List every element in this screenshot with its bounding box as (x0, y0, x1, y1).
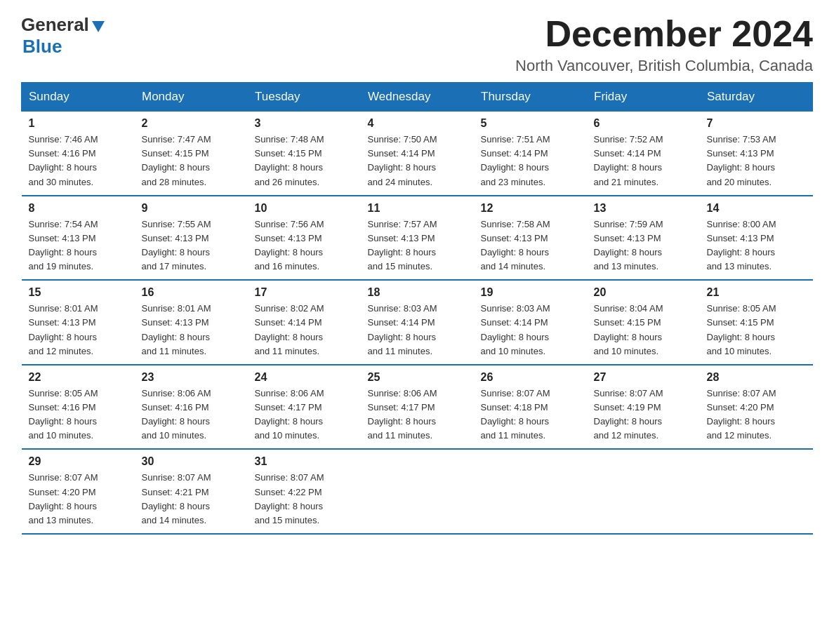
calendar-cell: 29 Sunrise: 8:07 AM Sunset: 4:20 PM Dayl… (22, 449, 135, 534)
logo-blue-text: Blue (22, 36, 62, 58)
calendar-table: SundayMondayTuesdayWednesdayThursdayFrid… (21, 82, 813, 535)
day-number: 27 (594, 371, 693, 384)
calendar-cell: 14 Sunrise: 8:00 AM Sunset: 4:13 PM Dayl… (700, 196, 813, 281)
logo-general-text: General (21, 14, 89, 36)
day-info: Sunrise: 8:06 AM Sunset: 4:16 PM Dayligh… (142, 387, 241, 443)
day-number: 3 (255, 117, 354, 130)
day-info: Sunrise: 8:07 AM Sunset: 4:18 PM Dayligh… (481, 387, 580, 443)
day-number: 20 (594, 286, 693, 299)
day-info: Sunrise: 8:05 AM Sunset: 4:15 PM Dayligh… (707, 302, 806, 358)
day-number: 9 (142, 202, 241, 215)
calendar-cell: 10 Sunrise: 7:56 AM Sunset: 4:13 PM Dayl… (248, 196, 361, 281)
day-info: Sunrise: 7:46 AM Sunset: 4:16 PM Dayligh… (29, 133, 128, 189)
day-info: Sunrise: 8:06 AM Sunset: 4:17 PM Dayligh… (255, 387, 354, 443)
title-section: December 2024 North Vancouver, British C… (515, 14, 813, 75)
calendar-cell: 8 Sunrise: 7:54 AM Sunset: 4:13 PM Dayli… (22, 196, 135, 281)
weekday-header-monday: Monday (135, 83, 248, 112)
weekday-header-row: SundayMondayTuesdayWednesdayThursdayFrid… (22, 83, 813, 112)
month-title: December 2024 (515, 14, 813, 54)
day-number: 25 (368, 371, 467, 384)
calendar-cell: 12 Sunrise: 7:58 AM Sunset: 4:13 PM Dayl… (474, 196, 587, 281)
calendar-cell: 24 Sunrise: 8:06 AM Sunset: 4:17 PM Dayl… (248, 365, 361, 450)
day-number: 30 (142, 455, 241, 468)
weekday-header-saturday: Saturday (700, 83, 813, 112)
calendar-header: SundayMondayTuesdayWednesdayThursdayFrid… (22, 83, 813, 112)
day-info: Sunrise: 8:07 AM Sunset: 4:20 PM Dayligh… (29, 471, 128, 528)
logo-arrow-icon (91, 18, 106, 34)
day-info: Sunrise: 7:52 AM Sunset: 4:14 PM Dayligh… (594, 133, 693, 189)
day-info: Sunrise: 8:07 AM Sunset: 4:19 PM Dayligh… (594, 387, 693, 443)
calendar-cell: 11 Sunrise: 7:57 AM Sunset: 4:13 PM Dayl… (361, 196, 474, 281)
calendar-week-row-1: 1 Sunrise: 7:46 AM Sunset: 4:16 PM Dayli… (22, 112, 813, 196)
calendar-week-row-2: 8 Sunrise: 7:54 AM Sunset: 4:13 PM Dayli… (22, 196, 813, 281)
day-number: 13 (594, 202, 693, 215)
calendar-cell: 1 Sunrise: 7:46 AM Sunset: 4:16 PM Dayli… (22, 112, 135, 196)
weekday-header-friday: Friday (587, 83, 700, 112)
day-info: Sunrise: 8:01 AM Sunset: 4:13 PM Dayligh… (142, 302, 241, 358)
calendar-cell (361, 449, 474, 534)
calendar-cell: 7 Sunrise: 7:53 AM Sunset: 4:13 PM Dayli… (700, 112, 813, 196)
calendar-cell: 4 Sunrise: 7:50 AM Sunset: 4:14 PM Dayli… (361, 112, 474, 196)
logo: General Blue (21, 14, 106, 58)
calendar-cell (700, 449, 813, 534)
day-number: 1 (29, 117, 128, 130)
day-number: 5 (481, 117, 580, 130)
day-info: Sunrise: 7:58 AM Sunset: 4:13 PM Dayligh… (481, 217, 580, 274)
day-info: Sunrise: 7:48 AM Sunset: 4:15 PM Dayligh… (255, 133, 354, 189)
day-info: Sunrise: 7:53 AM Sunset: 4:13 PM Dayligh… (707, 133, 806, 189)
day-number: 22 (29, 371, 128, 384)
calendar-week-row-3: 15 Sunrise: 8:01 AM Sunset: 4:13 PM Dayl… (22, 280, 813, 365)
day-number: 15 (29, 286, 128, 299)
calendar-cell: 23 Sunrise: 8:06 AM Sunset: 4:16 PM Dayl… (135, 365, 248, 450)
day-info: Sunrise: 8:06 AM Sunset: 4:17 PM Dayligh… (368, 387, 467, 443)
day-number: 19 (481, 286, 580, 299)
day-info: Sunrise: 8:07 AM Sunset: 4:21 PM Dayligh… (142, 471, 241, 528)
day-number: 23 (142, 371, 241, 384)
weekday-header-tuesday: Tuesday (248, 83, 361, 112)
calendar-cell: 5 Sunrise: 7:51 AM Sunset: 4:14 PM Dayli… (474, 112, 587, 196)
day-number: 31 (255, 455, 354, 468)
day-info: Sunrise: 7:56 AM Sunset: 4:13 PM Dayligh… (255, 217, 354, 274)
page-header: General Blue December 2024 North Vancouv… (21, 14, 813, 75)
day-number: 10 (255, 202, 354, 215)
calendar-cell: 21 Sunrise: 8:05 AM Sunset: 4:15 PM Dayl… (700, 280, 813, 365)
calendar-cell: 13 Sunrise: 7:59 AM Sunset: 4:13 PM Dayl… (587, 196, 700, 281)
calendar-week-row-5: 29 Sunrise: 8:07 AM Sunset: 4:20 PM Dayl… (22, 449, 813, 534)
weekday-header-thursday: Thursday (474, 83, 587, 112)
day-number: 6 (594, 117, 693, 130)
day-number: 18 (368, 286, 467, 299)
calendar-cell: 6 Sunrise: 7:52 AM Sunset: 4:14 PM Dayli… (587, 112, 700, 196)
day-number: 8 (29, 202, 128, 215)
calendar-cell: 2 Sunrise: 7:47 AM Sunset: 4:15 PM Dayli… (135, 112, 248, 196)
calendar-cell: 19 Sunrise: 8:03 AM Sunset: 4:14 PM Dayl… (474, 280, 587, 365)
location-subtitle: North Vancouver, British Columbia, Canad… (515, 57, 813, 75)
day-info: Sunrise: 7:57 AM Sunset: 4:13 PM Dayligh… (368, 217, 467, 274)
day-info: Sunrise: 8:04 AM Sunset: 4:15 PM Dayligh… (594, 302, 693, 358)
calendar-cell (474, 449, 587, 534)
calendar-cell: 9 Sunrise: 7:55 AM Sunset: 4:13 PM Dayli… (135, 196, 248, 281)
calendar-cell: 26 Sunrise: 8:07 AM Sunset: 4:18 PM Dayl… (474, 365, 587, 450)
calendar-cell: 27 Sunrise: 8:07 AM Sunset: 4:19 PM Dayl… (587, 365, 700, 450)
calendar-cell: 30 Sunrise: 8:07 AM Sunset: 4:21 PM Dayl… (135, 449, 248, 534)
day-info: Sunrise: 7:54 AM Sunset: 4:13 PM Dayligh… (29, 217, 128, 274)
day-number: 29 (29, 455, 128, 468)
calendar-cell: 15 Sunrise: 8:01 AM Sunset: 4:13 PM Dayl… (22, 280, 135, 365)
weekday-header-sunday: Sunday (22, 83, 135, 112)
day-info: Sunrise: 8:07 AM Sunset: 4:22 PM Dayligh… (255, 471, 354, 528)
day-info: Sunrise: 8:00 AM Sunset: 4:13 PM Dayligh… (707, 217, 806, 274)
day-info: Sunrise: 7:50 AM Sunset: 4:14 PM Dayligh… (368, 133, 467, 189)
day-number: 16 (142, 286, 241, 299)
day-number: 7 (707, 117, 806, 130)
day-number: 24 (255, 371, 354, 384)
day-info: Sunrise: 8:05 AM Sunset: 4:16 PM Dayligh… (29, 387, 128, 443)
day-info: Sunrise: 7:47 AM Sunset: 4:15 PM Dayligh… (142, 133, 241, 189)
day-info: Sunrise: 8:03 AM Sunset: 4:14 PM Dayligh… (481, 302, 580, 358)
day-info: Sunrise: 8:03 AM Sunset: 4:14 PM Dayligh… (368, 302, 467, 358)
calendar-body: 1 Sunrise: 7:46 AM Sunset: 4:16 PM Dayli… (22, 112, 813, 534)
day-number: 17 (255, 286, 354, 299)
day-number: 14 (707, 202, 806, 215)
day-info: Sunrise: 8:02 AM Sunset: 4:14 PM Dayligh… (255, 302, 354, 358)
day-number: 26 (481, 371, 580, 384)
day-info: Sunrise: 8:01 AM Sunset: 4:13 PM Dayligh… (29, 302, 128, 358)
calendar-cell: 3 Sunrise: 7:48 AM Sunset: 4:15 PM Dayli… (248, 112, 361, 196)
